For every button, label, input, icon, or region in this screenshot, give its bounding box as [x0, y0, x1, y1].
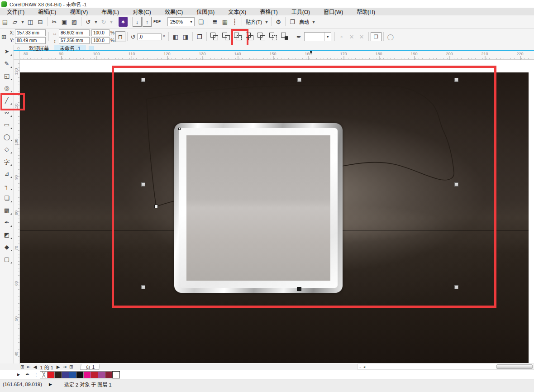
show-grid-button[interactable]: ▦ — [220, 17, 229, 27]
simplify-button[interactable] — [244, 31, 255, 43]
palette-flyout-icon[interactable]: ▶ — [0, 373, 23, 377]
ungroup-button[interactable]: ✕ — [347, 31, 357, 42]
menu-item[interactable]: 工具(O) — [285, 8, 317, 15]
zoom-level-combo[interactable]: 250% ▾ — [167, 17, 195, 26]
swatch-magenta[interactable] — [83, 371, 91, 378]
smart-fill-tool[interactable]: ◆ — [0, 241, 14, 253]
ruler-origin-corner[interactable] — [14, 51, 20, 60]
object-y-field[interactable]: 88.49 mm — [15, 37, 46, 44]
dimension-tool[interactable]: ⊿ — [0, 167, 14, 180]
menu-item[interactable]: 文本(X) — [221, 8, 253, 15]
palette-eyedropper-icon[interactable]: ✒ — [23, 372, 32, 378]
page-1-tab[interactable]: 页 1 — [80, 364, 100, 370]
rotation-angle-field[interactable]: .0 — [137, 33, 162, 40]
open-dropdown[interactable]: ▾ — [20, 17, 25, 27]
polygon-tool[interactable]: ◇ — [0, 143, 14, 155]
export-button[interactable]: ↑ — [143, 17, 152, 27]
scale-x-field[interactable]: 100.0 — [91, 29, 110, 36]
align-distribute-button[interactable]: ▫ — [337, 31, 347, 42]
tab-welcome-screen[interactable]: 欢迎屏幕 — [24, 45, 54, 50]
show-guidelines-button[interactable]: ┊ — [230, 17, 239, 27]
home-tab-button[interactable]: ⌂ — [14, 45, 24, 50]
launch-label[interactable]: 启动 — [298, 17, 310, 27]
add-page-before-button[interactable]: ⊞ — [19, 363, 25, 370]
intersect-button-highlighted[interactable] — [233, 31, 243, 43]
swatch-black-brown[interactable] — [54, 371, 62, 378]
cut-button[interactable]: ✂ — [50, 17, 59, 27]
menu-item[interactable]: 视图(V) — [63, 8, 95, 15]
swatch-blue[interactable] — [69, 371, 76, 378]
new-tab-button[interactable] — [89, 46, 94, 50]
show-rulers-button[interactable]: ≣ — [210, 17, 219, 27]
swatch-indigo[interactable] — [62, 371, 69, 378]
rectangle-tool[interactable]: ▭ — [0, 119, 14, 131]
scrollbar-thumb[interactable] — [496, 364, 533, 369]
previous-page-button[interactable]: ◀ — [32, 363, 38, 370]
contour-tool[interactable]: ▢ — [0, 253, 14, 265]
publish-pdf-button[interactable]: PDF — [153, 17, 162, 27]
swatch-maroon[interactable] — [105, 371, 113, 378]
swatch-purple[interactable] — [98, 371, 105, 378]
front-minus-back-button[interactable] — [256, 31, 267, 43]
add-page-after-button[interactable]: ⊞ — [68, 363, 74, 370]
ungroup-all-button[interactable]: ✕ — [357, 31, 367, 42]
back-minus-front-button[interactable] — [268, 31, 279, 43]
interactive-fill-tool[interactable]: ◩ — [0, 229, 14, 241]
new-document-button[interactable]: ▤ — [0, 17, 10, 27]
options-button[interactable]: ⚙ — [274, 17, 283, 27]
menu-item[interactable]: 表格(T) — [253, 8, 284, 15]
create-boundary-button[interactable] — [280, 31, 291, 43]
undo-button[interactable]: ↺ — [84, 17, 93, 27]
import-button[interactable]: ↓ — [133, 17, 142, 27]
outline-width-combo[interactable]: ▾ — [304, 32, 331, 41]
snap-dropdown[interactable]: ▾ — [264, 17, 269, 27]
swatch-red[interactable] — [47, 371, 55, 378]
launch-dropdown[interactable]: ▾ — [311, 17, 316, 27]
fullscreen-preview-button[interactable]: ❑ — [196, 17, 205, 27]
ellipse-tool[interactable]: ◯ — [0, 131, 14, 143]
menu-item[interactable]: 文件(F) — [0, 8, 31, 15]
status-flyout-icon[interactable]: ▶ — [49, 382, 64, 387]
swatch-white[interactable] — [112, 371, 120, 378]
lock-ratio-button[interactable]: ⊓ — [115, 31, 125, 42]
last-page-button[interactable]: ⇥ — [62, 363, 68, 370]
horizontal-ruler[interactable]: 8090100110120130140150160170180190200210… — [20, 51, 534, 60]
shape-tool[interactable]: ✎ — [0, 57, 14, 70]
object-height-field[interactable]: 57.256 mm — [59, 37, 90, 44]
object-x-field[interactable]: 157.33 mm — [15, 29, 46, 36]
swatch-no-color[interactable]: ╳ — [40, 371, 48, 378]
menu-item[interactable]: 编辑(E) — [31, 8, 63, 15]
zoom-tool[interactable]: ◎ — [0, 82, 14, 94]
mirror-vertical-button[interactable]: ◨ — [181, 31, 191, 42]
print-button[interactable]: ⊟ — [36, 17, 45, 27]
trim-button[interactable] — [221, 31, 232, 43]
menu-item[interactable]: 布局(L) — [95, 8, 126, 15]
object-width-field[interactable]: 86.602 mm — [59, 29, 90, 36]
text-tool[interactable]: 字 — [0, 155, 14, 167]
search-content-button[interactable]: ✶ — [119, 17, 128, 27]
mirror-horizontal-button[interactable]: ◧ — [171, 31, 181, 42]
scale-y-field[interactable]: 100.0 — [91, 37, 110, 44]
connector-tool[interactable]: ┐ — [0, 180, 14, 192]
pick-tool[interactable]: ➤ — [0, 45, 14, 57]
menu-item[interactable]: 窗口(W) — [317, 8, 350, 15]
swatch-black[interactable] — [76, 371, 84, 378]
menu-item[interactable]: 对象(C) — [126, 8, 158, 15]
close-curve-button[interactable]: ◯ — [386, 31, 396, 42]
color-eyedropper-tool[interactable]: ✒ — [0, 216, 14, 229]
tab-untitled-document[interactable]: 未命名 -1 — [54, 45, 86, 50]
wrap-text-button[interactable]: ❐ — [371, 32, 381, 41]
menu-item[interactable]: 效果(C) — [158, 8, 190, 15]
snap-to-button[interactable]: 贴齐(T) — [244, 17, 263, 27]
splitter-grip-icon[interactable]: ∷ — [358, 365, 362, 369]
menu-item[interactable]: 帮助(H) — [350, 8, 382, 15]
drop-shadow-tool[interactable]: ❏ — [0, 192, 14, 204]
copy-button[interactable]: ▣ — [60, 17, 69, 27]
next-page-button[interactable]: ▶ — [55, 363, 62, 370]
transparency-tool[interactable]: ▩ — [0, 204, 14, 216]
swatch-crimson[interactable] — [91, 371, 98, 378]
crop-tool[interactable]: ◱ — [0, 70, 14, 82]
menu-item[interactable]: 位图(B) — [190, 8, 221, 15]
drawing-canvas[interactable] — [20, 60, 534, 363]
weld-button[interactable] — [209, 31, 220, 43]
